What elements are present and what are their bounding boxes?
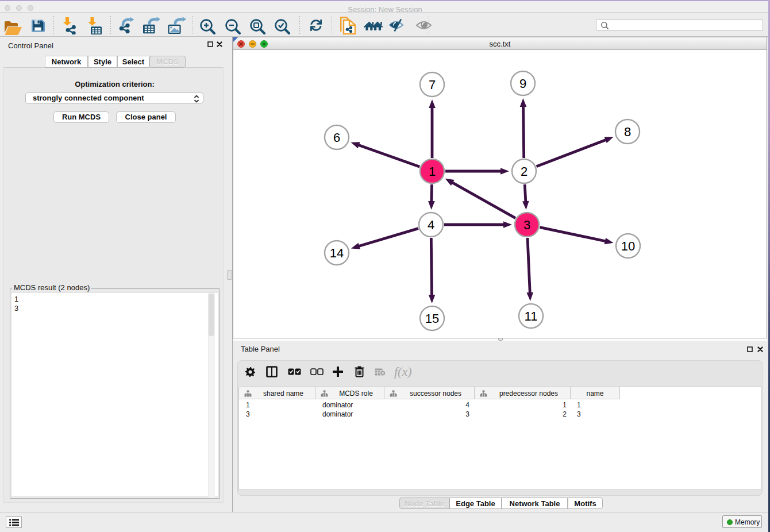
svg-text:3: 3	[523, 218, 530, 232]
svg-text:14: 14	[330, 246, 344, 260]
svg-text:7: 7	[429, 78, 436, 92]
svg-text:1: 1	[429, 164, 436, 179]
svg-text:4: 4	[428, 218, 434, 232]
svg-text:9: 9	[519, 76, 526, 91]
svg-text:6: 6	[333, 130, 340, 145]
svg-text:8: 8	[624, 125, 631, 139]
svg-text:15: 15	[425, 311, 439, 326]
svg-text:10: 10	[621, 239, 635, 253]
svg-text:11: 11	[525, 309, 538, 323]
svg-text:2: 2	[521, 164, 528, 179]
